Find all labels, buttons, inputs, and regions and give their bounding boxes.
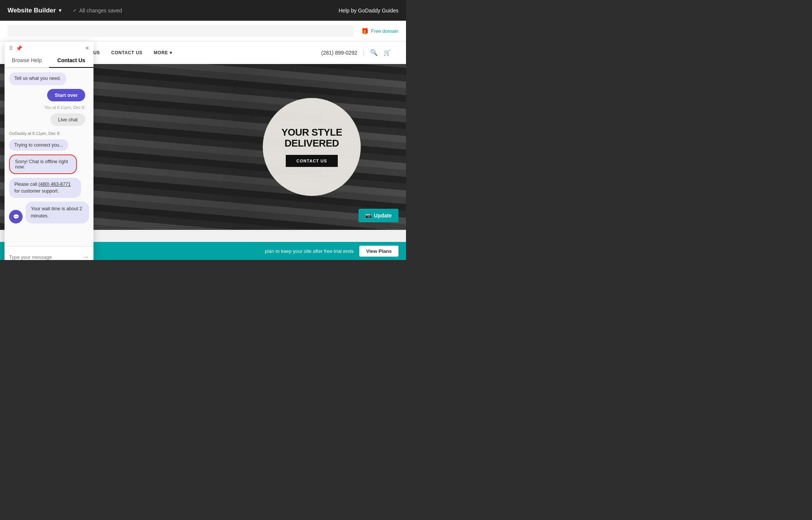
tab-browse-help[interactable]: Browse Help — [5, 54, 49, 68]
brand-label: Website Builder — [8, 7, 56, 14]
nav-item-contact[interactable]: CONTACT US — [111, 50, 142, 55]
phone-link[interactable]: (480) 463-8771 — [38, 182, 70, 187]
chevron-down-icon: ▾ — [59, 8, 61, 13]
free-domain-text: Free domain — [371, 28, 398, 34]
offline-message: Sorry! Chat is offline right now. — [9, 154, 77, 174]
url-bar — [8, 25, 354, 37]
pin-icon[interactable]: 📌 — [16, 45, 22, 51]
style-circle: YOUR STYLEDELIVERED CONTACT US — [263, 98, 361, 196]
chat-avatar: 💬 — [9, 210, 23, 223]
chat-input-area: → — [5, 246, 93, 260]
cart-icon[interactable]: 🛒 — [383, 49, 391, 56]
trying-message: Trying to connect you... — [9, 139, 68, 151]
godaddy-label: GoDaddy at 6:11pm, Dec 8: — [9, 131, 60, 136]
contact-us-button[interactable]: CONTACT US — [286, 155, 337, 167]
wait-message: Your wait time is about 2 minutes. — [26, 202, 89, 223]
saved-status: ✓ All changes saved — [73, 8, 122, 14]
free-domain-badge[interactable]: 🎁 Free domain — [361, 28, 398, 35]
tab-contact-us[interactable]: Contact Us — [49, 54, 93, 68]
search-icon[interactable]: 🔍 — [370, 49, 378, 56]
preview-topbar: 🎁 Free domain — [0, 21, 406, 41]
wait-message-row: 💬 Your wait time is about 2 minutes. — [9, 202, 89, 223]
saved-text: All changes saved — [79, 8, 122, 14]
dots-icon[interactable]: ⠿ — [9, 45, 13, 51]
check-icon: ✓ — [73, 8, 77, 13]
system-message: Tell us what you need. — [9, 72, 66, 85]
send-button[interactable]: → — [82, 253, 89, 260]
close-button[interactable]: × — [86, 45, 89, 51]
view-plans-button[interactable]: View Plans — [359, 246, 398, 257]
live-chat-button[interactable]: Live chat — [51, 113, 85, 126]
divider: | — [363, 49, 365, 56]
banner-text: plan to keep your site after free trial … — [265, 248, 354, 254]
nav-item-more[interactable]: MORE ▾ — [154, 50, 172, 55]
help-guides-link[interactable]: Help by GoDaddy Guides — [339, 8, 398, 14]
start-over-button[interactable]: Start over — [47, 89, 85, 101]
user-timestamp: You at 6:11pm, Dec 8: — [44, 105, 85, 110]
chat-area: Tell us what you need. Start over You at… — [5, 68, 93, 246]
panel-tabs: Browse Help Contact Us — [5, 54, 93, 68]
gift-icon: 🎁 — [361, 28, 369, 35]
brand[interactable]: Website Builder ▾ — [8, 7, 61, 14]
call-message: Please call (480) 463-8771 for customer … — [9, 178, 81, 198]
style-title: YOUR STYLEDELIVERED — [281, 127, 342, 148]
message-input[interactable] — [9, 254, 79, 260]
update-button[interactable]: 📷 Update — [359, 209, 398, 222]
camera-icon: 📷 — [365, 213, 372, 219]
phone-number: (281) 899-0292 — [321, 50, 357, 56]
panel-header: ⠿ 📌 × — [5, 41, 93, 51]
topbar: Website Builder ▾ ✓ All changes saved He… — [0, 0, 406, 21]
help-panel: ⠿ 📌 × Browse Help Contact Us Tell us wha… — [5, 41, 93, 260]
canvas-area: 🎁 Free domain HOME GALLERY ABOUT US CONT… — [0, 21, 406, 260]
